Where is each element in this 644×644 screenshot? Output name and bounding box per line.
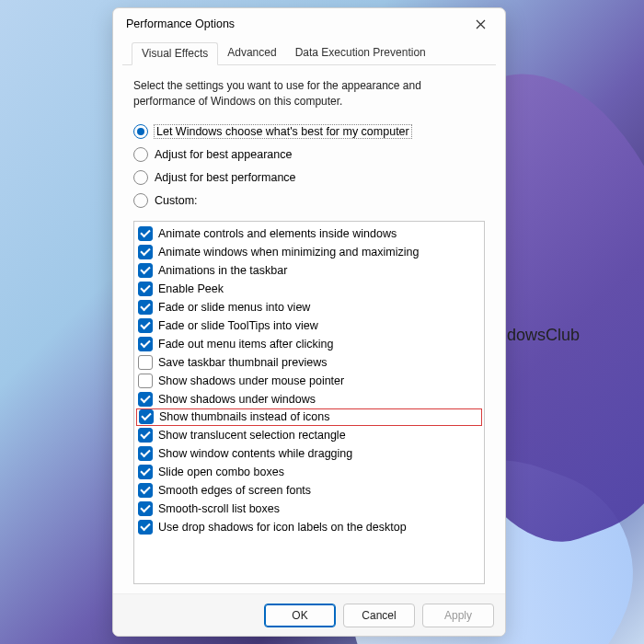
apply-button[interactable]: Apply: [422, 604, 494, 627]
list-item[interactable]: Show window contents while dragging: [134, 444, 484, 463]
checkbox-icon: [138, 226, 153, 241]
checkbox-label: Fade out menu items after clicking: [158, 338, 333, 351]
checkbox-icon: [138, 282, 153, 296]
checkbox-icon: [138, 446, 153, 461]
checkbox-icon: [138, 392, 153, 407]
radio-group: Let Windows choose what's best for my co…: [133, 121, 485, 213]
checkbox-label: Show translucent selection rectangle: [158, 429, 346, 442]
checkbox-icon: [138, 374, 153, 388]
checkbox-icon: [138, 465, 153, 479]
close-button[interactable]: [461, 11, 500, 37]
list-item[interactable]: Use drop shadows for icon labels on the …: [134, 518, 484, 536]
checkbox-label: Show shadows under mouse pointer: [158, 374, 344, 387]
checkbox-label: Enable Peek: [158, 282, 224, 295]
list-item[interactable]: Fade out menu items after clicking: [134, 335, 484, 353]
checkbox-label: Animate controls and elements inside win…: [158, 227, 397, 240]
list-item[interactable]: Animations in the taskbar: [134, 261, 484, 280]
list-item[interactable]: Show translucent selection rectangle: [134, 426, 484, 444]
radio-custom[interactable]: Custom:: [133, 190, 485, 213]
list-item[interactable]: Show shadows under mouse pointer: [134, 372, 484, 390]
ok-button[interactable]: OK: [264, 604, 336, 627]
tab-dep[interactable]: Data Execution Prevention: [286, 42, 435, 65]
radio-label: Adjust for best appearance: [155, 148, 292, 161]
checkbox-label: Animate windows when minimizing and maxi…: [158, 246, 419, 259]
checkbox-icon: [138, 483, 153, 498]
checkbox-icon: [138, 337, 153, 351]
cancel-button[interactable]: Cancel: [343, 604, 415, 627]
tab-visual-effects[interactable]: Visual Effects: [132, 42, 218, 65]
checkbox-icon: [138, 300, 153, 315]
checkbox-label: Fade or slide ToolTips into view: [158, 319, 318, 332]
list-item[interactable]: Save taskbar thumbnail previews: [134, 353, 484, 372]
dialog-title: Performance Options: [126, 17, 461, 30]
radio-best-performance[interactable]: Adjust for best performance: [133, 167, 485, 190]
list-item[interactable]: Smooth edges of screen fonts: [134, 481, 484, 500]
titlebar: Performance Options: [113, 8, 505, 40]
checkbox-label: Fade or slide menus into view: [158, 301, 310, 314]
list-item[interactable]: Show shadows under windows: [134, 390, 484, 408]
checkbox-icon: [138, 263, 153, 278]
checkbox-icon: [138, 245, 153, 259]
checkbox-label: Slide open combo boxes: [158, 466, 284, 478]
visual-effects-listbox[interactable]: Animate controls and elements inside win…: [133, 221, 485, 584]
radio-icon: [133, 170, 148, 185]
radio-let-windows-choose[interactable]: Let Windows choose what's best for my co…: [133, 121, 485, 144]
checkbox-icon: [138, 428, 153, 443]
checkbox-label: Show shadows under windows: [158, 393, 316, 406]
checkbox-label: Smooth-scroll list boxes: [158, 502, 280, 515]
list-item[interactable]: Enable Peek: [134, 280, 484, 298]
radio-label: Adjust for best performance: [155, 171, 296, 184]
tab-advanced[interactable]: Advanced: [218, 42, 285, 65]
radio-icon: [133, 124, 148, 139]
list-item[interactable]: Slide open combo boxes: [134, 463, 484, 481]
instruction-text: Select the settings you want to use for …: [133, 78, 485, 109]
list-item[interactable]: Fade or slide ToolTips into view: [134, 316, 484, 335]
dialog-footer: OK Cancel Apply: [113, 593, 505, 636]
close-icon: [476, 19, 486, 29]
radio-best-appearance[interactable]: Adjust for best appearance: [133, 144, 485, 167]
radio-label: Let Windows choose what's best for my co…: [155, 125, 411, 138]
checkbox-icon: [138, 520, 153, 535]
checkbox-icon: [139, 409, 154, 424]
radio-icon: [133, 193, 148, 208]
list-item[interactable]: Fade or slide menus into view: [134, 298, 484, 316]
radio-label: Custom:: [155, 194, 198, 207]
checkbox-label: Animations in the taskbar: [158, 264, 287, 277]
checkbox-label: Save taskbar thumbnail previews: [158, 356, 327, 369]
checkbox-label: Use drop shadows for icon labels on the …: [158, 521, 407, 534]
checkbox-icon: [138, 318, 153, 333]
checkbox-icon: [138, 501, 153, 516]
checkbox-label: Show window contents while dragging: [158, 447, 352, 460]
list-item-highlighted[interactable]: Show thumbnails instead of icons: [136, 408, 482, 426]
checkbox-label: Smooth edges of screen fonts: [158, 484, 311, 497]
performance-options-dialog: Performance Options Visual Effects Advan…: [112, 7, 506, 637]
content-area: Select the settings you want to use for …: [113, 65, 505, 593]
list-item[interactable]: Smooth-scroll list boxes: [134, 500, 484, 518]
checkbox-label: Show thumbnails instead of icons: [159, 410, 330, 423]
list-item[interactable]: Animate windows when minimizing and maxi…: [134, 243, 484, 261]
radio-icon: [133, 147, 148, 162]
checkbox-icon: [138, 355, 153, 370]
tabstrip: Visual Effects Advanced Data Execution P…: [122, 41, 496, 65]
list-item[interactable]: Animate controls and elements inside win…: [134, 224, 484, 243]
